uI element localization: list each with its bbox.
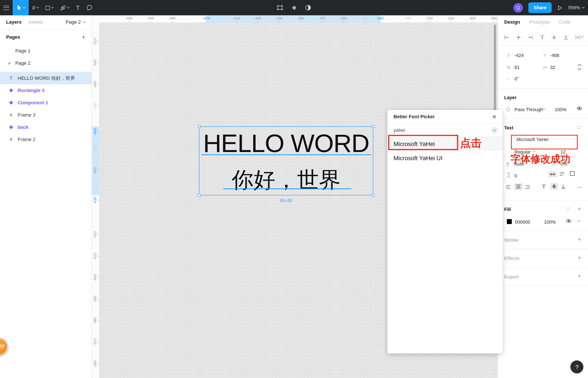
blend-mode-value[interactable]: Pass Through [514,107,543,112]
layer-row[interactable]: ❖Rectangle 4 [0,84,91,96]
auto-width-button[interactable] [548,171,557,177]
add-stroke-button[interactable]: + [578,236,581,242]
present-play-icon[interactable] [557,5,563,11]
tab-prototype[interactable]: Prototype [529,20,550,25]
font-search-input[interactable] [393,127,491,133]
fixed-size-button[interactable] [570,171,575,177]
divider [498,88,588,89]
add-export-button[interactable]: + [578,273,581,279]
figma-app: # T [0,0,588,378]
align-h-center-button[interactable] [516,35,521,40]
annotation-success-label: 字体修改成功 [511,152,570,166]
ruler-tick-label: -380 [93,317,97,324]
share-button[interactable]: Share [528,2,552,13]
w-field-value[interactable]: 81 [514,65,520,70]
selection-handle-top-right[interactable] [372,125,374,128]
divider [498,286,588,286]
chevron-down-icon [543,107,546,110]
fill-color-swatch[interactable] [507,219,512,224]
ruler-tick-label: -468 [93,128,97,135]
selection-bounding-box[interactable] [199,126,373,195]
main-menu-button[interactable] [0,0,13,15]
text-tool-button[interactable]: T [73,0,83,15]
text-styles-icon[interactable]: ∷ [577,124,580,130]
selection-handle-bottom-right[interactable] [372,194,374,196]
font-family-field[interactable]: Microsoft YaHei [516,137,549,142]
line-height-icon: A [507,161,509,166]
mask-button[interactable] [305,4,311,11]
close-icon[interactable]: ✕ [492,114,497,120]
align-bottom-button[interactable] [563,35,568,40]
pen-tool-button[interactable] [56,0,73,15]
align-v-center-button[interactable] [552,35,557,40]
rotation-value[interactable]: 0° [514,76,519,81]
align-right-button[interactable] [528,35,533,40]
tab-code[interactable]: Code [559,20,570,25]
move-tool-button[interactable] [13,0,29,15]
text-more-options-button[interactable]: … [577,183,583,189]
auto-height-button[interactable] [559,172,565,176]
tab-layers[interactable]: Layers [6,20,22,25]
font-option[interactable]: Microsoft YaHei UI [388,151,503,165]
divider [498,118,588,119]
frame-tool-button[interactable]: # [29,0,42,15]
layer-opacity-value[interactable]: 100% [555,107,566,112]
constrain-proportions-icon[interactable] [578,64,582,70]
layer-row[interactable]: ❖Component 1 [0,96,91,109]
tab-assets[interactable]: Assets [28,20,43,25]
ruler-tick-label: -320 [426,16,433,20]
fill-styles-icon[interactable]: ∷ [566,206,569,212]
alignment-row [504,30,584,44]
layer-row[interactable]: THELLO WORD 你好，世界 [0,72,91,84]
ruler-left-selection-highlight [92,126,99,195]
layer-row[interactable]: #Frame 2 [0,133,91,146]
edit-object-button[interactable] [277,4,283,11]
text-section-title: Text [504,125,513,131]
tab-design[interactable]: Design [504,20,520,25]
selection-handle-top-left[interactable] [198,125,200,128]
add-fill-button[interactable]: + [578,205,581,212]
zoom-level-dropdown[interactable]: 559% [568,5,584,10]
x-field-value[interactable]: -424 [514,53,524,58]
add-effect-button[interactable]: + [578,254,581,261]
font-options-list: Microsoft YaHeiMicrosoft YaHei UI [388,137,503,165]
remove-fill-button[interactable]: − [577,218,581,224]
align-top-button[interactable] [540,35,545,40]
paragraph-spacing-value[interactable]: 0 [514,173,517,178]
eye-icon[interactable] [566,219,572,223]
vertical-align-top-button[interactable] [541,184,546,189]
page-row[interactable]: Page 1 [0,45,91,57]
create-component-button[interactable]: ❖ [292,5,297,11]
divider [498,230,588,231]
comment-tool-button[interactable] [83,0,96,15]
divider [498,249,588,249]
text-align-left-button[interactable] [506,185,511,189]
add-page-button[interactable]: + [82,34,86,41]
ruler-tick-label: -450 [93,167,97,174]
cursor-icon [16,4,22,11]
h-field-value[interactable]: 32 [550,65,555,70]
eye-icon[interactable] [577,106,582,110]
layer-row[interactable]: #Frame 3 [0,109,91,121]
y-field-value[interactable]: -468 [550,53,559,58]
page-row[interactable]: ✓Page 2 [0,57,91,69]
help-button[interactable]: ? [570,360,584,374]
avatar[interactable]: Q [513,3,523,13]
distribute-button[interactable] [575,35,583,40]
fill-hex-value[interactable]: 000000 [515,219,530,225]
ruler-tick-label: -360 [93,360,97,367]
align-left-button[interactable] [504,35,509,40]
text-align-right-button[interactable] [525,185,530,189]
layer-row[interactable]: ❖back [0,121,91,133]
text-align-center-button[interactable] [514,183,523,190]
vertical-align-bottom-button[interactable] [561,184,566,189]
fill-opacity-value[interactable]: 100% [544,219,556,225]
page-check-icon: ✓ [8,61,15,66]
font-option[interactable]: Microsoft YaHei [388,137,503,151]
page-selector[interactable]: Page 2 [65,20,85,25]
shape-tool-button[interactable] [42,0,57,15]
vertical-align-middle-button[interactable] [550,183,558,190]
selection-handle-bottom-left[interactable] [198,194,200,196]
clear-search-button[interactable]: ✕ [491,127,498,134]
layer-section-title: Layer [504,95,516,100]
